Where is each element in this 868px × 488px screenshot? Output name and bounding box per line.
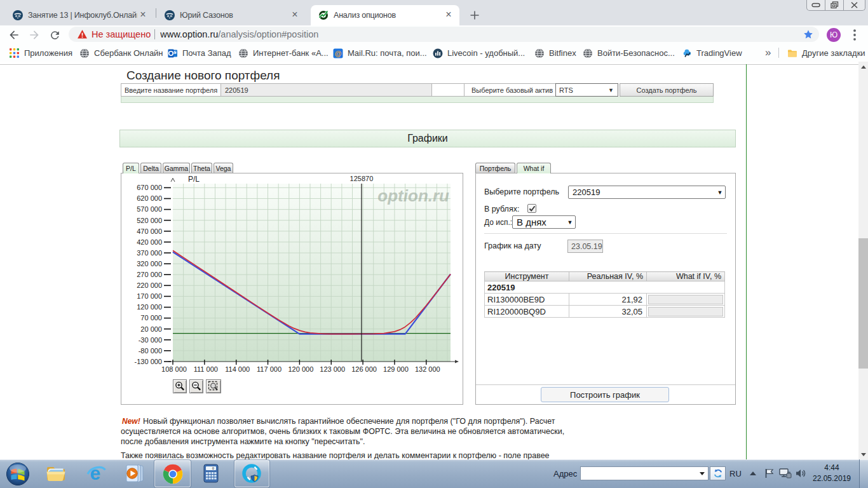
svg-text:129 000: 129 000	[383, 365, 409, 373]
whatif-tab[interactable]: What if	[517, 163, 551, 173]
taskbar-media-player-icon[interactable]	[125, 463, 146, 484]
base-asset-select[interactable]: RTS▼	[555, 83, 618, 97]
svg-text:P/L: P/L	[188, 175, 200, 184]
bookmark-apps[interactable]: Приложения	[10, 48, 72, 58]
zoom-selection-button[interactable]	[206, 379, 221, 393]
bookmark-voiti[interactable]: Войти-Безопаснос...	[583, 48, 675, 58]
browser-tab-active-options[interactable]: Анализ опционов ×	[311, 5, 459, 25]
note-line: Новый функционал позволяет вычислять гар…	[143, 417, 555, 426]
chart-tab-gamma[interactable]: Gamma	[163, 163, 190, 173]
bookmark-bitfinex[interactable]: Bitfinex	[534, 48, 576, 58]
chart-tab-vega[interactable]: Vega	[214, 163, 233, 173]
zoom-in-button[interactable]	[173, 379, 187, 393]
show-desktop-button[interactable]	[859, 459, 868, 488]
browser-tab-infoclub[interactable]: Занятие 13 | Инфоклуб.Онлайн ×	[5, 5, 154, 25]
reload-button[interactable]	[47, 27, 62, 43]
content-right-border	[746, 64, 747, 459]
profile-avatar[interactable]: Ю	[827, 28, 841, 42]
tab-close-icon[interactable]: ×	[443, 10, 454, 21]
bookmark-sberbank[interactable]: Сбербанк Онлайн	[79, 48, 163, 58]
col-real-iv[interactable]: Реальная IV, %	[569, 272, 647, 281]
start-button[interactable]	[6, 462, 30, 486]
right-tab-label: Портфель	[480, 165, 512, 172]
create-portfolio-button[interactable]: Создать портфель	[620, 83, 714, 97]
tab-close-icon[interactable]: ×	[137, 10, 149, 21]
taskbar-option-app-button[interactable]	[234, 460, 269, 487]
bookmark-label: Mail.Ru: почта, пои...	[348, 48, 427, 58]
combo-dropdown-icon[interactable]	[700, 472, 705, 475]
svg-text:320 000: 320 000	[137, 260, 162, 268]
svg-text:620 000: 620 000	[137, 194, 162, 202]
tab-title: Занятие 13 | Инфоклуб.Онлайн	[28, 11, 137, 20]
bookmark-tradingview[interactable]: TradingView	[682, 48, 742, 58]
scrollbar-thumb[interactable]	[858, 238, 868, 369]
bookmark-mailru[interactable]: @ Mail.Ru: почта, пои...	[333, 48, 427, 58]
base-asset-label: Выберите базовый актив	[471, 86, 553, 94]
globe-icon	[583, 48, 593, 58]
zoom-out-button[interactable]	[189, 379, 203, 393]
instruments-table: Инструмент Реальная IV, % What if IV, % …	[484, 271, 725, 318]
whatif-panel: Выберите портфель 220519 ▼ В рублях: До …	[475, 173, 736, 405]
pl-chart[interactable]: 125870option.ru670 000620 000570 000520 …	[121, 173, 463, 404]
back-button[interactable]	[6, 27, 22, 43]
bookmarks-overflow-chevron[interactable]: »	[765, 46, 771, 59]
svg-text:270 000: 270 000	[137, 271, 162, 278]
note-line: осуществляется на основе алгоритмов, оче…	[121, 427, 564, 436]
network-tray-icon[interactable]	[779, 468, 790, 479]
address-bar[interactable]: Не защищено www.option.ru/analysis/optio…	[69, 27, 819, 42]
other-bookmarks-folder[interactable]: Другие закладки	[787, 48, 865, 58]
browser-tab-user[interactable]: Юрий Сазонов ×	[157, 5, 306, 25]
forward-button[interactable]	[27, 27, 42, 43]
chart-tab-label: P/L	[126, 165, 136, 172]
taskbar-clock[interactable]: 4:4422.05.2019	[811, 463, 853, 484]
bookmark-label: Сбербанк Онлайн	[94, 48, 163, 58]
bookmark-livecoin[interactable]: Livecoin - удобный...	[433, 48, 525, 58]
window-restore-button[interactable]	[825, 0, 843, 10]
whatif-iv-input[interactable]	[648, 295, 723, 304]
chart-tab-pl[interactable]: P/L	[123, 163, 139, 173]
browser-menu-icon[interactable]	[850, 28, 859, 42]
scroll-down-arrow[interactable]	[858, 449, 868, 459]
portfolio-tab[interactable]: Портфель	[475, 163, 515, 173]
col-instrument[interactable]: Инструмент	[485, 272, 569, 281]
window-minimize-button[interactable]	[807, 0, 825, 10]
volume-tray-icon[interactable]	[795, 468, 806, 479]
bookmark-pochta[interactable]: Почта Запад	[168, 48, 231, 58]
taskbar-internet-explorer-icon[interactable]: e	[86, 463, 106, 484]
address-toolbar-input[interactable]	[580, 466, 709, 480]
until-expiry-label: До исп.:	[484, 218, 512, 227]
chart-date-input[interactable]: 23.05.19	[567, 240, 603, 253]
portfolio-select[interactable]: 220519 ▼	[568, 186, 726, 199]
vertical-scrollbar[interactable]	[858, 62, 868, 459]
portfolio-name-value: 220519	[225, 86, 248, 94]
rubles-checkbox[interactable]	[527, 204, 536, 213]
apps-grid-icon	[10, 48, 20, 58]
bookmark-internet-bank[interactable]: Интернет-банк «А...	[238, 48, 329, 58]
tray-expand-icon[interactable]	[750, 471, 756, 475]
language-indicator[interactable]: RU	[729, 469, 742, 478]
svg-text:170 000: 170 000	[137, 292, 162, 300]
taskbar-chrome-button[interactable]	[154, 460, 191, 487]
build-chart-button[interactable]: Построить график	[541, 387, 669, 402]
security-warning-label[interactable]: Не защищено	[92, 29, 151, 39]
scroll-up-arrow[interactable]	[858, 62, 868, 72]
window-close-button[interactable]	[844, 0, 865, 10]
col-whatif-iv[interactable]: What if IV, %	[647, 272, 725, 281]
bookmark-star-icon[interactable]	[803, 29, 813, 39]
build-chart-label: Построить график	[570, 390, 640, 400]
security-warning-icon[interactable]	[78, 30, 87, 39]
portfolio-name-input[interactable]: 220519	[220, 83, 432, 97]
taskbar-explorer-icon[interactable]	[46, 463, 66, 484]
new-tab-button[interactable]	[467, 8, 482, 23]
tab-close-icon[interactable]: ×	[289, 10, 301, 21]
action-center-flag-icon[interactable]	[763, 468, 775, 479]
chart-tab-delta[interactable]: Delta	[140, 163, 161, 173]
until-expiry-select[interactable]: В днях ▼	[512, 215, 576, 229]
whatif-iv-input[interactable]	[648, 307, 723, 316]
url-text[interactable]: www.option.ru/analysis/option#position	[160, 29, 318, 39]
chart-tab-theta[interactable]: Theta	[191, 163, 212, 173]
globe-icon	[238, 48, 248, 58]
taskbar-calculator-icon[interactable]: 0	[201, 463, 221, 484]
svg-text:470 000: 470 000	[137, 227, 162, 235]
address-go-button[interactable]	[710, 466, 726, 480]
